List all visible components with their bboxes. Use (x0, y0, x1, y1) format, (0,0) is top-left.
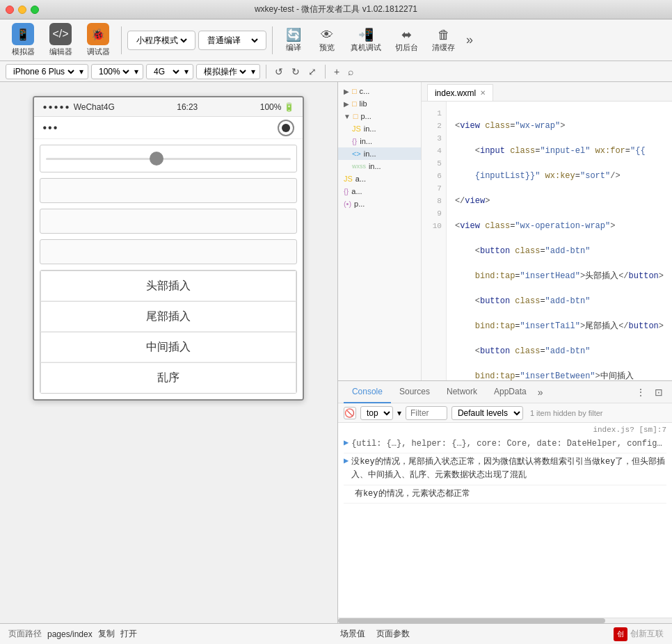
more-button[interactable]: » (463, 30, 476, 50)
scene-label[interactable]: 场景值 (340, 628, 365, 640)
line-num-2: 2 (422, 120, 446, 132)
console-panel: Console Sources Network AppData » ⋮ ⊡ 🚫 … (338, 381, 672, 623)
slider-track (46, 158, 291, 160)
close-button[interactable] (6, 6, 14, 14)
tab-appdata[interactable]: AppData (486, 381, 535, 403)
console-clear-button[interactable]: 🚫 (344, 407, 356, 419)
line-num-4: 4 (422, 145, 446, 157)
tree-label-in-js: in... (364, 124, 376, 133)
tree-item-p[interactable]: ▼ □ p... (338, 110, 421, 122)
code-line-3: </view> (455, 195, 664, 207)
compile-button[interactable]: 🔄 编译 (278, 24, 309, 56)
phone-btn-0[interactable]: 头部插入 (40, 271, 296, 301)
filter-input[interactable] (406, 406, 447, 420)
console-menu-button[interactable]: ⋮ (633, 385, 648, 400)
entry-1-text: 没key的情况，尾部插入状态正常，因为微信默认将数组索引引当做key了，但头部插… (351, 456, 666, 482)
carrier-name: WeChat4G (74, 102, 115, 112)
a-js-icon: JS (344, 175, 353, 183)
tree-label-in-wxml: in... (364, 150, 376, 158)
tree-item-in-wxml[interactable]: <> in... (338, 147, 421, 160)
mode-select[interactable]: 小程序模式 插件模式 (134, 35, 189, 46)
simulator-icon: 📱 (12, 23, 34, 45)
compile-dropdown[interactable]: 普通编译 自定义编译 (198, 31, 266, 50)
phone-input-2[interactable] (40, 209, 297, 234)
console-source-select[interactable]: top (360, 406, 393, 420)
cut-back-button[interactable]: ⬌ 切后台 (390, 24, 424, 56)
add-page-button[interactable]: + (331, 65, 342, 79)
entry-0-arrow[interactable]: ▶ (344, 437, 349, 451)
bottom-bar: 页面路径 pages/index 复制 打开 场景值 页面参数 创 创新互联 (0, 623, 672, 644)
simulator-button[interactable]: 📱 模拟器 (6, 22, 40, 58)
copy-link[interactable]: 复制 (98, 628, 115, 640)
mode-dropdown[interactable]: 小程序模式 插件模式 (127, 31, 195, 50)
rotate-left-button[interactable]: ↺ (272, 65, 286, 79)
brand-logo: 创 (614, 627, 627, 641)
tree-item-in-js[interactable]: JS in... (338, 122, 421, 135)
tree-arrow-c: ▶ (344, 88, 349, 95)
line-num-5: 5 (422, 157, 446, 170)
expand-button[interactable]: ⤢ (305, 65, 319, 79)
tree-label-in-wxss: in... (369, 162, 381, 170)
tree-item-in-json[interactable]: {} in... (338, 135, 421, 147)
entry-1-arrow[interactable]: ▶ (344, 456, 349, 482)
tab-network[interactable]: Network (438, 381, 486, 403)
clear-cache-button[interactable]: 🗑 清缓存 (426, 25, 461, 56)
minimize-button[interactable] (18, 6, 26, 14)
zoom-dropdown[interactable]: 100% 75% 50% ▾ (91, 64, 143, 79)
tree-label-p: p... (360, 112, 371, 120)
network-select[interactable]: 4G WiFi 3G (151, 66, 182, 77)
zoom-select[interactable]: 100% 75% 50% (96, 66, 131, 77)
code-line-7: <button class="add-btn" (455, 345, 664, 357)
tree-item-a-json[interactable]: {} a... (338, 185, 421, 198)
console-expand-button[interactable]: ⊡ (651, 385, 666, 400)
tree-item-a-js[interactable]: JS a... (338, 172, 421, 185)
debugger-button[interactable]: 🐞 调试器 (81, 22, 115, 58)
phone-slider-container (40, 145, 297, 172)
tree-item-p-bullet[interactable]: (•) p... (338, 198, 421, 210)
real-device-icon: 📲 (358, 27, 374, 42)
phone-btn-2[interactable]: 中间插入 (40, 332, 296, 362)
main-content: ●●●●● WeChat4G 16:23 100% 🔋 ••• (0, 82, 672, 623)
params-label[interactable]: 页面参数 (376, 628, 410, 640)
simulate-dropdown[interactable]: 模拟操作 清除数据 ▾ (196, 64, 260, 79)
line-num-8: 8 (422, 195, 446, 207)
code-line-2: <input class="input-el" wx:for="{{ (455, 145, 664, 157)
rotate-right-button[interactable]: ↻ (289, 65, 303, 79)
maximize-button[interactable] (31, 6, 39, 14)
editor-tab-index-wxml[interactable]: index.wxml ✕ (427, 84, 493, 101)
record-button[interactable] (278, 120, 294, 136)
phone-input-1[interactable] (40, 178, 297, 203)
device-select[interactable]: iPhone 6 Plus iPhone X iPhone SE (10, 66, 77, 77)
brand-name: 创新互联 (630, 628, 664, 640)
phone-btn-1[interactable]: 尾部插入 (40, 301, 296, 332)
tab-console[interactable]: Console (344, 381, 391, 403)
real-device-button[interactable]: 📲 真机调试 (345, 24, 387, 56)
level-select[interactable]: Default levels Verbose Info Warnings Err… (451, 406, 523, 420)
console-content: index.js? [sm]:7 ▶ {util: {…}, helper: {… (338, 423, 672, 618)
scrollbar-thumb[interactable] (338, 618, 605, 623)
separator-2 (272, 26, 273, 54)
tab-close-icon[interactable]: ✕ (480, 89, 486, 97)
phone-btn-3[interactable]: 乱序 (40, 362, 296, 393)
dots-menu[interactable]: ••• (42, 122, 58, 134)
device-dropdown[interactable]: iPhone 6 Plus iPhone X iPhone SE ▾ (6, 64, 88, 79)
phone-input-3[interactable] (40, 239, 297, 264)
tree-item-c[interactable]: ▶ □ c... (338, 85, 421, 97)
tree-item-lib[interactable]: ▶ □ lib (338, 97, 421, 110)
simulate-select[interactable]: 模拟操作 清除数据 (201, 66, 248, 77)
slider-thumb[interactable] (150, 152, 163, 166)
preview-button[interactable]: 👁 预览 (312, 25, 342, 56)
network-dropdown[interactable]: 4G WiFi 3G ▾ (146, 64, 193, 79)
compile-select[interactable]: 普通编译 自定义编译 (205, 35, 260, 46)
simulator-label: 模拟器 (12, 47, 35, 57)
editor-button[interactable]: </> 编辑器 (43, 22, 78, 58)
console-scrollbar[interactable] (338, 618, 672, 623)
line-num-6: 6 (422, 170, 446, 182)
folder-icon-p: □ (353, 112, 358, 120)
tab-sources[interactable]: Sources (391, 381, 438, 403)
tree-item-in-wxss[interactable]: wxss in... (338, 160, 421, 172)
open-link[interactable]: 打开 (120, 628, 137, 640)
search-button[interactable]: ⌕ (345, 65, 356, 79)
code-content[interactable]: <view class="wx-wrap"> <input class="inp… (447, 102, 672, 380)
console-more-button[interactable]: » (535, 387, 546, 398)
